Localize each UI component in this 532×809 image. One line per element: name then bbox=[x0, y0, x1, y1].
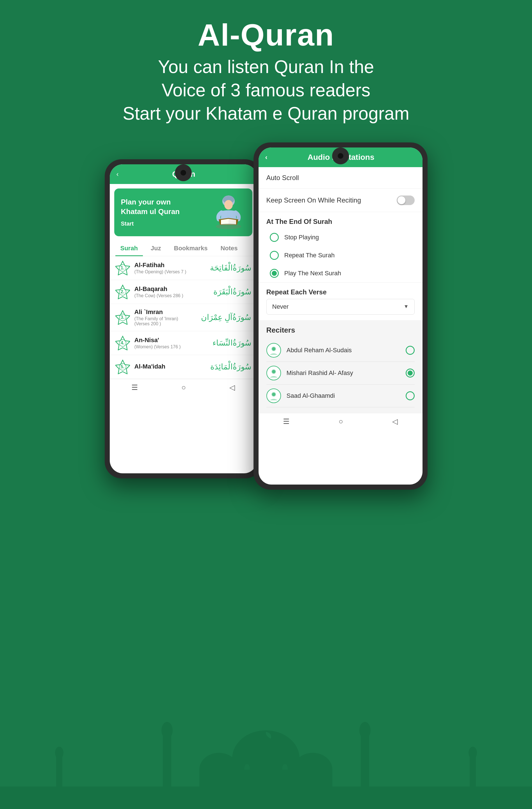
left-phone-screen: ‹ Quran Plan your own Khatam ul Quran St… bbox=[110, 164, 257, 473]
svg-point-17 bbox=[272, 370, 276, 373]
phones-container: ‹ Quran Plan your own Khatam ul Quran St… bbox=[0, 137, 532, 489]
stop-playing-label: Stop Playing bbox=[284, 234, 319, 241]
repeat-surah-label: Repeat The Surah bbox=[284, 252, 335, 259]
svg-rect-24 bbox=[199, 770, 238, 792]
svg-rect-30 bbox=[361, 730, 369, 792]
list-item[interactable]: 4. An-Nisa' (Women) (Verses 176 ) سُورَة… bbox=[110, 331, 257, 355]
list-item[interactable]: 3. Ali `Imran (The Family of 'Imran)(Ver… bbox=[110, 304, 257, 331]
app-subtitle: You can listen Quran In the Voice of 3 f… bbox=[22, 55, 510, 125]
surah-number-4: 4. bbox=[116, 336, 130, 350]
header-section: Al-Quran You can listen Quran In the Voi… bbox=[0, 0, 532, 137]
right-back-icon[interactable]: ◁ bbox=[392, 417, 398, 426]
tab-surah[interactable]: Surah bbox=[116, 241, 143, 256]
repeat-verse-value: Never bbox=[272, 303, 289, 310]
at-end-section: At The End Of Surah Stop Playing Repeat … bbox=[259, 212, 423, 282]
quran-back-button[interactable]: ‹ bbox=[117, 170, 119, 178]
reciter-row-2[interactable]: Mishari Rashid Al- Afasy bbox=[266, 362, 415, 384]
mosque-background bbox=[0, 674, 532, 809]
svg-point-2 bbox=[224, 200, 233, 209]
quran-reader-illustration bbox=[210, 194, 247, 230]
keep-screen-row[interactable]: Keep Screen On While Reciting bbox=[259, 189, 423, 212]
right-phone-notch bbox=[332, 148, 349, 164]
surah-number-1: 1. bbox=[116, 261, 130, 275]
repeat-surah-row[interactable]: Repeat The Surah bbox=[259, 246, 423, 264]
reciter-radio-3[interactable] bbox=[406, 391, 415, 400]
tabs-row: Surah Juz Bookmarks Notes bbox=[110, 241, 257, 256]
keep-screen-label: Keep Screen On While Reciting bbox=[266, 196, 361, 204]
start-button[interactable]: Start bbox=[121, 221, 180, 227]
app-title: Al-Quran bbox=[22, 17, 510, 53]
dropdown-arrow-icon: ▼ bbox=[404, 304, 409, 310]
reciter-avatar-1 bbox=[266, 343, 281, 358]
reciter-row-3[interactable]: Saad Al-Ghaamdi bbox=[266, 384, 415, 407]
svg-rect-26 bbox=[293, 770, 332, 792]
reciter-radio-2[interactable] bbox=[406, 368, 415, 378]
auto-scroll-label: Auto Scroll bbox=[266, 174, 299, 182]
reciter-name-2: Mishari Rashid Al- Afasy bbox=[287, 369, 400, 377]
repeat-verse-title: Repeat Each Verse bbox=[266, 288, 415, 296]
svg-point-19 bbox=[272, 393, 276, 396]
repeat-verse-dropdown[interactable]: Never ▼ bbox=[266, 299, 415, 315]
tab-juz[interactable]: Juz bbox=[146, 241, 166, 256]
repeat-verse-section: Repeat Each Verse Never ▼ bbox=[259, 282, 423, 320]
right-phone: ‹ Audio Recitations Auto Scroll Keep Scr… bbox=[253, 142, 428, 489]
reciter-avatar-2 bbox=[266, 366, 281, 380]
stop-playing-row[interactable]: Stop Playing bbox=[259, 228, 423, 246]
surah-number-2: 2. bbox=[116, 285, 130, 299]
right-phone-screen: ‹ Audio Recitations Auto Scroll Keep Scr… bbox=[259, 148, 423, 485]
reciter-avatar-3 bbox=[266, 389, 281, 403]
khatam-banner[interactable]: Plan your own Khatam ul Quran Start bbox=[114, 189, 252, 236]
khatam-title: Plan your own Khatam ul Quran bbox=[121, 197, 180, 217]
surah-number-5: 5. bbox=[116, 360, 130, 374]
stop-playing-radio[interactable] bbox=[270, 233, 279, 242]
list-item[interactable]: 5. Al-Ma'idah سُورَةُالْمَائِدَة bbox=[110, 355, 257, 379]
left-phone: ‹ Quran Plan your own Khatam ul Quran St… bbox=[105, 159, 262, 478]
next-surah-row[interactable]: Play The Next Surah bbox=[259, 264, 423, 282]
auto-scroll-row[interactable]: Auto Scroll bbox=[259, 167, 423, 189]
hamburger-icon[interactable]: ☰ bbox=[131, 383, 138, 392]
svg-rect-27 bbox=[163, 730, 171, 792]
next-surah-radio[interactable] bbox=[270, 269, 279, 278]
svg-rect-22 bbox=[232, 758, 300, 792]
keep-screen-toggle[interactable] bbox=[397, 195, 415, 205]
tab-notes[interactable]: Notes bbox=[215, 241, 243, 256]
at-end-title: At The End Of Surah bbox=[259, 212, 423, 228]
repeat-surah-radio[interactable] bbox=[270, 251, 279, 260]
svg-point-34 bbox=[55, 747, 64, 759]
reciter-name-3: Saad Al-Ghaamdi bbox=[287, 392, 400, 399]
reciter-row-1[interactable]: Abdul Reham Al-Sudais bbox=[266, 339, 415, 362]
reciters-title: Reciters bbox=[266, 326, 415, 334]
back-icon[interactable]: ◁ bbox=[229, 383, 235, 392]
left-bottom-nav: ☰ ○ ◁ bbox=[110, 379, 257, 396]
surah-list: 1. Al-Fatihah (The Opening) (Verses 7 ) … bbox=[110, 256, 257, 379]
right-bottom-nav: ☰ ○ ◁ bbox=[259, 413, 423, 430]
right-home-icon[interactable]: ○ bbox=[339, 417, 343, 426]
reciter-name-1: Abdul Reham Al-Sudais bbox=[287, 347, 400, 354]
list-item[interactable]: 2. Al-Baqarah (The Cow) (Verses 286 ) سُ… bbox=[110, 280, 257, 304]
settings-section: Auto Scroll Keep Screen On While Recitin… bbox=[259, 167, 423, 413]
svg-point-36 bbox=[468, 747, 477, 759]
left-phone-notch bbox=[175, 164, 192, 181]
right-hamburger-icon[interactable]: ☰ bbox=[283, 417, 289, 426]
audio-back-button[interactable]: ‹ bbox=[265, 153, 268, 161]
tab-bookmarks[interactable]: Bookmarks bbox=[169, 241, 213, 256]
home-icon[interactable]: ○ bbox=[181, 383, 186, 392]
surah-number-3: 3. bbox=[116, 310, 130, 325]
reciters-section: Reciters Abdul Reham Al-Sudais bbox=[259, 320, 423, 413]
svg-point-15 bbox=[272, 347, 276, 350]
svg-point-3 bbox=[216, 224, 241, 229]
list-item[interactable]: 1. Al-Fatihah (The Opening) (Verses 7 ) … bbox=[110, 256, 257, 280]
next-surah-label: Play The Next Surah bbox=[284, 270, 341, 277]
reciter-radio-1[interactable] bbox=[406, 346, 415, 355]
